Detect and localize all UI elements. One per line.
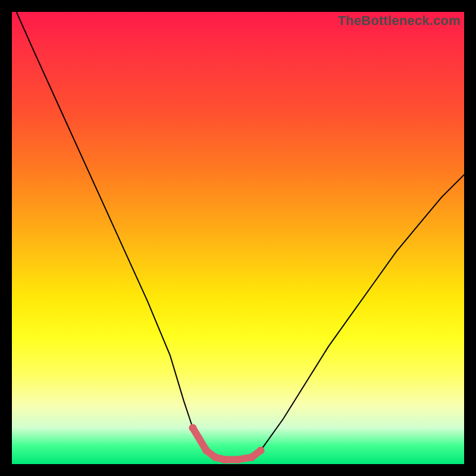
bottleneck-curve-path [17, 12, 464, 459]
optimal-zone-dot [212, 453, 220, 461]
chart-frame: TheBottleneck.com [0, 0, 476, 476]
optimal-zone-dot [202, 447, 210, 455]
plot-area: TheBottleneck.com [12, 12, 464, 464]
optimal-zone-dot [221, 456, 228, 464]
optimal-zone-dot [189, 424, 197, 432]
optimal-zone-dot [234, 456, 242, 464]
optimal-zone-dot [248, 453, 255, 461]
optimal-zone-dot [257, 447, 265, 455]
curve-layer [12, 12, 464, 464]
